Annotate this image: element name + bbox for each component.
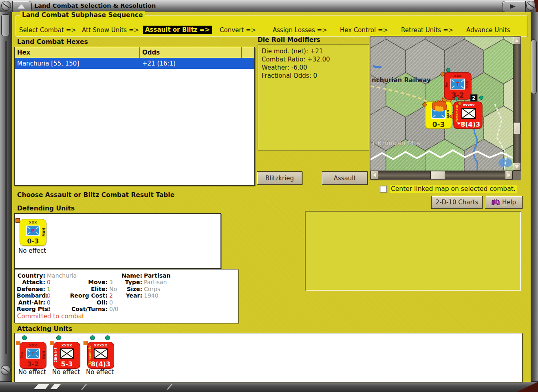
defending-heading: Defending Units xyxy=(17,205,75,212)
combat-hex-list[interactable]: Hex Odds Manchuria [55, 150] +21 (16:1) xyxy=(14,47,255,186)
linked-map[interactable]: nchurian Railway t Khingan Mts xxx T Ten… xyxy=(370,37,513,171)
vscroll-down-button[interactable] xyxy=(513,163,521,171)
modifiers-heading: Die Roll Modifiers xyxy=(258,36,320,44)
map-label-mountains: t Khingan Mts xyxy=(372,140,420,147)
info-value: 0 xyxy=(45,292,51,299)
phase-hex-control: Hex Control => xyxy=(340,26,388,34)
info-value: 0 xyxy=(45,279,51,285)
info-value: 0 xyxy=(45,299,51,306)
map-hscrollbar[interactable] xyxy=(370,171,513,180)
supply-dot-icon xyxy=(105,335,110,340)
svg-text:xxxxx: xxxxx xyxy=(463,103,474,107)
attacking-unit-counter-8-4-3[interactable]: xxxxx Yamamoto 8(4)3 xyxy=(88,342,114,368)
supply-dot-icon xyxy=(455,97,459,101)
info-label: Cost/Turns: xyxy=(60,306,108,312)
arrow-right-icon xyxy=(510,4,516,9)
info-label: Move: xyxy=(60,279,108,285)
hscroll-thumb[interactable] xyxy=(430,171,445,179)
info-label: Year: xyxy=(115,292,142,299)
unit-info-panel: Country:Manchuria Attack:0 Defense:1 Bom… xyxy=(14,269,238,323)
info-label: Country: xyxy=(17,272,45,279)
odds-cell[interactable]: +21 (16:1) xyxy=(140,58,242,69)
vscroll-thumb[interactable] xyxy=(513,122,520,134)
assault-button[interactable]: Assault xyxy=(322,171,368,185)
triangle-icon xyxy=(18,4,25,9)
die-roll-modifiers-panel: Die mod. (net): +21 Combat Ratio: +32.00… xyxy=(258,44,369,151)
help-label: Help xyxy=(502,199,516,206)
frame-decoration xyxy=(34,384,49,389)
partisan-symbol-icon: P xyxy=(26,226,40,236)
column-header-odds[interactable]: Odds xyxy=(140,47,242,58)
stack-count: 2 xyxy=(472,95,475,101)
svg-text:T: T xyxy=(31,351,35,357)
svg-text:T: T xyxy=(456,81,460,87)
phase-convert: Convert => xyxy=(220,26,256,34)
info-label: Attack: xyxy=(17,279,45,285)
phase-assign-losses: Assign Losses => xyxy=(273,26,327,34)
scrollbar-corner xyxy=(513,171,521,180)
info-label: Reorg Pts: xyxy=(17,306,45,312)
arrow-left-icon xyxy=(373,173,376,177)
charts-button[interactable]: 2-D-10 Charts xyxy=(431,196,483,209)
map-unit-3-2[interactable]: xxx T Ten MAN 3-2 xyxy=(444,72,471,99)
svg-text:xxx: xxx xyxy=(454,73,461,78)
center-map-checkbox[interactable] xyxy=(380,186,387,193)
help-button[interactable]: Help xyxy=(485,196,523,209)
attacking-unit-counter-5-3[interactable]: xxxx 20th Inf 5-3 xyxy=(54,342,80,368)
attacking-heading: Attacking Units xyxy=(17,325,72,333)
group-title: Land Combat Subphase Sequence xyxy=(20,11,145,19)
info-value: 1940 xyxy=(142,292,159,299)
map-label-railway: nchurian Railway xyxy=(372,77,431,84)
info-label: Type: xyxy=(115,279,142,285)
svg-text:*8(4)3: *8(4)3 xyxy=(457,120,480,128)
map-vscrollbar[interactable] xyxy=(513,37,521,171)
phase-assault-or-blitz: Assault or Blitz => xyxy=(143,26,212,34)
screw-icon xyxy=(1,366,10,374)
blitzkrieg-label: Blitzkrieg xyxy=(265,175,294,182)
frame-bottom-edge xyxy=(0,381,538,392)
info-value: 0/0 xyxy=(108,306,119,312)
info-label: Elite: xyxy=(60,286,108,292)
crt-prompt: Choose Assault or Blitz Combat Result Ta… xyxy=(17,191,174,199)
frame-right-edge xyxy=(530,12,538,382)
vscroll-up-button[interactable] xyxy=(513,37,521,44)
arrow-up-icon xyxy=(515,39,519,42)
list-header[interactable]: Hex Odds xyxy=(15,47,254,58)
info-label: Size: xyxy=(115,286,142,292)
hscroll-right-button[interactable] xyxy=(505,171,513,180)
attacking-unit-counter-3-2[interactable]: xxx Ten MAN T 3-2 xyxy=(20,342,46,368)
titlebar-right-button[interactable] xyxy=(502,1,526,12)
unit-combat-result: No effect xyxy=(18,368,46,376)
blitzkrieg-button[interactable]: Blitzkrieg xyxy=(257,171,302,185)
svg-text:0-3: 0-3 xyxy=(432,120,445,129)
defending-unit-counter-0-3[interactable]: xxx MAN P 0-3 xyxy=(20,219,46,245)
svg-text:P: P xyxy=(31,228,35,234)
modifier-line: Combat Ratio: +32.00 xyxy=(258,55,369,64)
info-value: 2 xyxy=(108,292,113,299)
info-label: Bombard: xyxy=(17,292,45,299)
linked-map-widget: nchurian Railway t Khingan Mts xxx T Ten… xyxy=(370,36,521,180)
unit-combat-result: No effect xyxy=(18,247,46,254)
unit-strength: 3-2 xyxy=(20,360,46,368)
phase-retreat-units: Retreat Units => xyxy=(401,26,453,34)
supply-dot-icon xyxy=(56,335,61,340)
modifier-line: Die mod. (net): +21 xyxy=(258,45,369,55)
info-value: 1 xyxy=(45,286,51,292)
supply-dot-icon xyxy=(447,68,450,72)
info-value: 3 xyxy=(108,279,113,285)
info-value: Corps xyxy=(142,286,160,292)
info-value: 0 xyxy=(108,299,113,306)
center-map-label[interactable]: Center linked map on selected combat. xyxy=(390,185,517,193)
column-header-hex[interactable]: Hex xyxy=(15,47,140,58)
hex-cell[interactable]: Manchuria [55, 150] xyxy=(15,58,140,69)
subphase-sequence-group: Land Combat Subphase Sequence Select Com… xyxy=(15,15,527,37)
hscroll-left-button[interactable] xyxy=(370,171,378,180)
svg-text:MAN: MAN xyxy=(465,81,469,89)
hex-list-row-selected[interactable]: Manchuria [55, 150] +21 (16:1) xyxy=(15,58,254,69)
info-value: Partisan xyxy=(142,272,170,279)
titlebar-left-button[interactable] xyxy=(12,1,32,12)
map-unit-0-3[interactable]: xxx MAN 0-3 xyxy=(425,100,452,129)
charts-label: 2-D-10 Charts xyxy=(436,199,478,206)
supply-dot-icon xyxy=(90,335,95,340)
map-unit-8-4-3[interactable]: xxxxx Yamamoto *8(4)3 xyxy=(454,102,482,129)
